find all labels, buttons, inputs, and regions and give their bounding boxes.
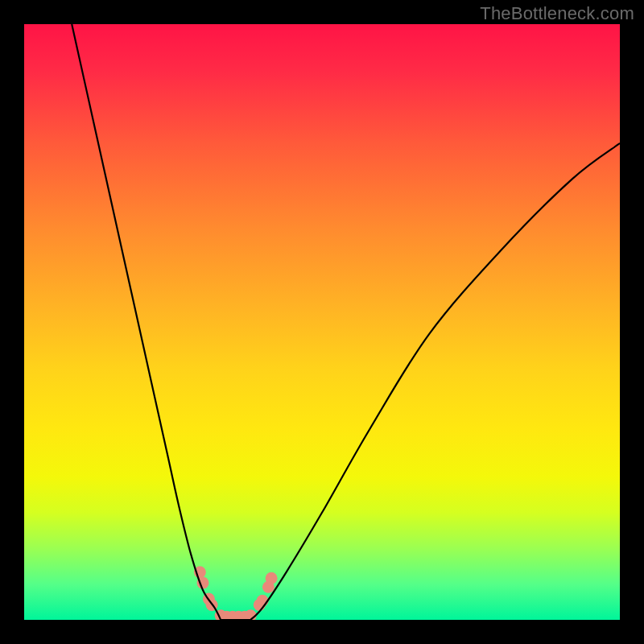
valley-marker-dot <box>266 572 278 584</box>
watermark-text: TheBottleneck.com <box>480 3 634 24</box>
chart-frame: TheBottleneck.com <box>0 0 644 644</box>
curve-overlay <box>24 24 620 620</box>
curve-left-branch <box>72 24 221 620</box>
plot-area <box>24 24 620 620</box>
curve-right-branch <box>250 143 620 620</box>
valley-markers <box>194 566 278 620</box>
